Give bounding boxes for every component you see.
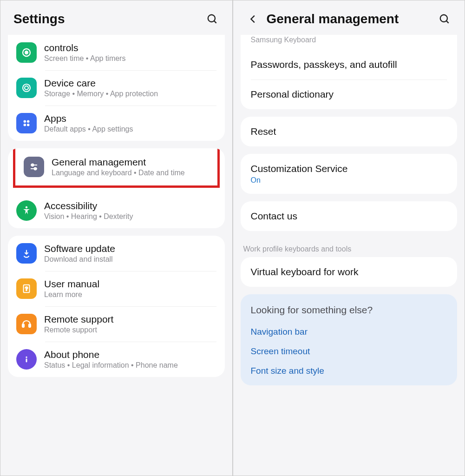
row-title: Software update — [44, 243, 115, 254]
work-profile-header: Work profile keyboards and tools — [233, 238, 465, 255]
general-management-icon — [24, 157, 44, 177]
row-accessibility[interactable]: Accessibility Vision • Hearing • Dexteri… — [8, 193, 225, 228]
remote-support-icon — [16, 314, 37, 334]
svg-rect-18 — [29, 324, 31, 327]
samsung-keyboard-label: Samsung Keyboard — [241, 35, 458, 50]
general-management-pane: General management Samsung Keyboard Pass… — [233, 0, 465, 476]
wellbeing-icon — [16, 42, 37, 63]
page-title: Settings — [13, 12, 199, 26]
settings-pane: Settings controls Screen time • App time… — [0, 0, 233, 476]
gm-card-work: Virtual keyboard for work — [241, 257, 458, 287]
row-sub: Download and install — [44, 255, 115, 264]
svg-point-0 — [208, 15, 215, 22]
row-device-care[interactable]: Device care Storage • Memory • App prote… — [8, 70, 225, 106]
row-personal-dictionary[interactable]: Personal dictionary — [241, 79, 458, 109]
row-sub: Screen time • App timers — [44, 54, 125, 63]
row-sub: Remote support — [44, 326, 113, 334]
row-sub: Learn more — [44, 291, 99, 299]
row-passwords-autofill[interactable]: Passwords, passkeys, and autofill — [241, 50, 458, 79]
row-virtual-keyboard-work[interactable]: Virtual keyboard for work — [241, 257, 458, 287]
row-title: Customization Service — [251, 163, 447, 174]
gm-card-reset: Reset — [241, 117, 458, 146]
row-software-update[interactable]: Software update Download and install — [8, 236, 225, 271]
svg-point-3 — [25, 51, 28, 54]
row-sub: Language and keyboard • Date and time — [52, 169, 185, 177]
row-title: User manual — [44, 278, 99, 290]
row-text: Apps Default apps • App settings — [44, 113, 133, 133]
row-sub: Vision • Hearing • Dexterity — [44, 212, 133, 221]
svg-text:?: ? — [25, 286, 28, 291]
settings-group-1: controls Screen time • App timers Device… — [8, 35, 225, 141]
settings-group-2: General management Language and keyboard… — [8, 148, 225, 228]
row-title: Remote support — [44, 314, 113, 325]
about-phone-icon — [16, 349, 37, 370]
svg-point-5 — [25, 86, 28, 90]
gm-card-keyboard: Samsung Keyboard Passwords, passkeys, an… — [241, 35, 458, 109]
row-about-phone[interactable]: About phone Status • Legal information •… — [8, 342, 225, 377]
row-text: Remote support Remote support — [44, 314, 113, 334]
row-customization-service[interactable]: Customization Service On — [241, 154, 458, 194]
device-care-icon — [16, 78, 37, 98]
looking-card: Looking for something else? Navigation b… — [241, 294, 458, 385]
row-title: Device care — [44, 78, 158, 89]
row-text: Software update Download and install — [44, 243, 115, 264]
gm-card-contact: Contact us — [241, 201, 458, 231]
row-sub: Default apps • App settings — [44, 125, 133, 133]
row-reset[interactable]: Reset — [241, 117, 458, 146]
link-screen-timeout[interactable]: Screen timeout — [251, 342, 447, 361]
gm-header: General management — [233, 0, 465, 35]
looking-heading: Looking for something else? — [251, 304, 447, 316]
row-title: Apps — [44, 113, 133, 124]
row-text: Accessibility Vision • Hearing • Dexteri… — [44, 200, 133, 221]
row-general-management[interactable]: General management Language and keyboard… — [15, 148, 217, 185]
link-navigation-bar[interactable]: Navigation bar — [251, 322, 447, 342]
svg-point-14 — [26, 206, 27, 208]
row-sub: Status • Legal information • Phone name — [44, 361, 178, 370]
svg-line-1 — [214, 21, 216, 23]
page-title: General management — [267, 12, 432, 26]
svg-point-19 — [26, 357, 27, 358]
software-update-icon — [16, 243, 37, 264]
row-sub: Storage • Memory • App protection — [44, 90, 158, 98]
row-digital-wellbeing[interactable]: controls Screen time • App timers — [8, 35, 225, 70]
svg-point-12 — [32, 164, 34, 166]
svg-rect-20 — [26, 358, 27, 362]
row-text: General management Language and keyboard… — [52, 157, 185, 177]
search-icon[interactable] — [205, 12, 219, 26]
back-icon[interactable] — [246, 12, 260, 26]
row-text: Device care Storage • Memory • App prote… — [44, 78, 158, 98]
row-sub: On — [251, 176, 447, 185]
row-apps[interactable]: Apps Default apps • App settings — [8, 106, 225, 141]
svg-point-13 — [34, 168, 37, 170]
highlight-box: General management Language and keyboard… — [13, 148, 220, 188]
accessibility-icon — [16, 200, 37, 221]
svg-line-22 — [446, 21, 449, 23]
row-remote-support[interactable]: Remote support Remote support — [8, 306, 225, 342]
row-text: controls Screen time • App timers — [44, 42, 125, 63]
settings-header: Settings — [0, 0, 232, 35]
row-text: User manual Learn more — [44, 278, 99, 299]
svg-point-6 — [24, 120, 26, 123]
apps-icon — [16, 113, 37, 133]
row-user-manual[interactable]: ? User manual Learn more — [8, 271, 225, 306]
user-manual-icon: ? — [16, 278, 37, 299]
svg-point-7 — [27, 120, 29, 123]
row-title: General management — [52, 157, 185, 168]
row-title: controls — [44, 42, 125, 53]
settings-group-3: Software update Download and install ? U… — [8, 236, 225, 377]
link-font-size-style[interactable]: Font size and style — [251, 361, 447, 381]
svg-rect-17 — [22, 324, 24, 327]
row-title: Accessibility — [44, 200, 133, 212]
row-text: About phone Status • Legal information •… — [44, 349, 178, 370]
gm-card-customization: Customization Service On — [241, 154, 458, 194]
row-title: About phone — [44, 349, 178, 360]
search-icon[interactable] — [438, 12, 452, 26]
row-contact-us[interactable]: Contact us — [241, 201, 458, 231]
svg-point-4 — [23, 84, 30, 92]
svg-point-8 — [24, 124, 26, 126]
svg-point-9 — [27, 124, 29, 126]
svg-point-21 — [440, 15, 447, 22]
